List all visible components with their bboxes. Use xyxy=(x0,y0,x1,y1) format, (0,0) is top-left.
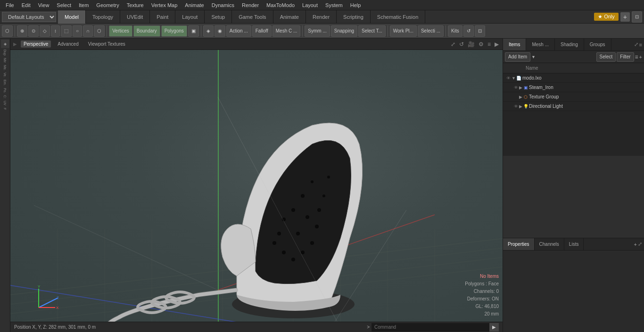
sidebar-label-me[interactable]: Me. xyxy=(3,64,7,72)
expand-icon-modolxo[interactable]: ▼ xyxy=(512,76,516,81)
star-only-button[interactable]: ★ Only xyxy=(594,13,619,21)
select-box-btn[interactable]: ⬚ xyxy=(61,25,72,37)
viewport-tab-textures[interactable]: Viewport Textures xyxy=(85,40,128,48)
eye-icon-directional-light[interactable]: 👁 xyxy=(512,104,519,109)
layout-tab-paint[interactable]: Paint xyxy=(150,10,175,24)
menu-maxtomodo[interactable]: MaxToModo xyxy=(263,1,298,9)
dot-btn[interactable]: ◉ xyxy=(215,25,225,37)
menu-select[interactable]: Select xyxy=(53,1,75,9)
default-layouts-select[interactable]: Default Layouts xyxy=(2,12,56,22)
vp-camera-icon[interactable]: 🎥 xyxy=(467,40,476,49)
meshc-btn[interactable]: Mesh C ... xyxy=(272,25,301,37)
action-btn[interactable]: Action ... xyxy=(226,25,251,37)
filter-button[interactable]: Filter xyxy=(617,52,634,62)
viewport-canvas[interactable]: Z Y X No Items Polygons : Face Channels:… xyxy=(10,50,503,322)
expand-icon-texture-group[interactable]: ▶ xyxy=(519,95,522,99)
sidebar-label-f[interactable]: F xyxy=(3,107,7,111)
sidebar-label-em[interactable]: Em. xyxy=(3,79,7,86)
menu-geometry[interactable]: Geometry xyxy=(92,1,123,9)
add-item-arrow-icon[interactable]: ▼ xyxy=(531,55,536,59)
menu-help[interactable]: Help xyxy=(347,1,365,9)
eye-icon-steam-iron[interactable]: 👁 xyxy=(512,85,519,90)
maximize-vp-btn[interactable]: ⊡ xyxy=(475,25,485,37)
layout-tab-model[interactable]: Model xyxy=(58,10,86,24)
vp-reset-icon[interactable]: ↺ xyxy=(458,40,465,49)
prop-expand-icon[interactable]: ⤢ xyxy=(638,241,642,247)
menu-dynamics[interactable]: Dynamics xyxy=(208,1,238,9)
modo-icon-btn[interactable]: ⬡ xyxy=(2,25,13,37)
snapping-btn[interactable]: Snapping xyxy=(331,25,357,37)
rpanel-tab-shading[interactable]: Shading xyxy=(555,39,584,50)
command-go-button[interactable]: ▶ xyxy=(489,323,499,332)
menu-vertex-map[interactable]: Vertex Map xyxy=(148,1,182,9)
loop-btn[interactable]: ○ xyxy=(73,25,82,37)
tree-row-texture-group[interactable]: ▶ ⬡ Texture Group xyxy=(503,92,644,102)
sym-btn[interactable]: ◈ xyxy=(203,25,214,37)
local-space-btn[interactable]: ⊙ xyxy=(28,25,39,37)
rpanel-tab-items[interactable]: Items xyxy=(503,39,526,50)
vp-expand-icon[interactable]: ▶ xyxy=(494,40,500,49)
workpl-btn[interactable]: Work Pl... xyxy=(390,25,417,37)
menu-system[interactable]: System xyxy=(322,1,347,9)
symm-btn[interactable]: Symm ... xyxy=(305,25,330,37)
layout-tab-topology[interactable]: Topology xyxy=(86,10,120,24)
viewport-tab-perspective[interactable]: Perspective xyxy=(21,40,51,48)
mesh-icon-btn[interactable]: ▣ xyxy=(188,25,199,37)
sidebar-label-uv[interactable]: UV xyxy=(3,100,7,106)
panel-add-icon[interactable]: + xyxy=(639,54,642,60)
sidebar-label-dup[interactable]: Dup xyxy=(3,49,7,57)
layout-tab-schematic[interactable]: Schematic Fusion xyxy=(371,10,425,24)
menu-file[interactable]: File xyxy=(2,1,18,9)
tree-row-steam-iron[interactable]: 👁 ▶ ▣ Steam_Iron xyxy=(503,83,644,92)
tree-row-modolxo[interactable]: 👁 ▼ 📄 modo.lxo xyxy=(503,73,644,83)
polygons-label-btn[interactable]: Polygons xyxy=(161,25,187,37)
layout-tab-animate[interactable]: Animate xyxy=(273,10,306,24)
loop2-btn[interactable]: ∩ xyxy=(83,25,93,37)
reset-btn[interactable]: ↺ xyxy=(463,25,474,37)
viewport-expand-icon[interactable]: ▶ xyxy=(13,41,17,47)
menu-animate[interactable]: Animate xyxy=(181,1,207,9)
eye-icon-modolxo[interactable]: 👁 xyxy=(505,76,512,81)
layout-tab-setup[interactable]: Setup xyxy=(205,10,232,24)
select-button[interactable]: Select xyxy=(596,52,616,62)
radial-btn[interactable]: ⬡ xyxy=(94,25,105,37)
menu-layout[interactable]: Layout xyxy=(298,1,322,9)
edge-btn[interactable]: ↕ xyxy=(51,25,60,37)
layout-tab-scripting[interactable]: Scripting xyxy=(337,10,371,24)
add-item-button[interactable]: Add Item xyxy=(505,52,530,62)
menu-render[interactable]: Render xyxy=(238,1,263,9)
layout-tab-gametools[interactable]: Game Tools xyxy=(232,10,273,24)
menu-item[interactable]: Item xyxy=(75,1,92,9)
rpanel-expand-icon[interactable]: ⤢ xyxy=(634,41,638,48)
selecti-btn[interactable]: Selecti ... xyxy=(418,25,444,37)
prop-tab-properties[interactable]: Properties xyxy=(503,238,535,250)
vertices-label-btn[interactable]: Vertices xyxy=(109,25,132,37)
selectt-btn[interactable]: Select T... xyxy=(358,25,386,37)
prop-add-icon[interactable]: + xyxy=(634,242,637,247)
rpanel-settings-icon[interactable]: ≡ xyxy=(639,42,642,48)
expand-icon-directional-light[interactable]: ▶ xyxy=(519,104,522,109)
prop-tab-lists[interactable]: Lists xyxy=(564,238,584,250)
sidebar-tool-1[interactable]: ◈ xyxy=(1,40,9,48)
rpanel-tab-groups[interactable]: Groups xyxy=(584,39,611,50)
command-input[interactable] xyxy=(372,323,489,332)
menu-texture[interactable]: Texture xyxy=(123,1,148,9)
boundary-label-btn[interactable]: Boundary xyxy=(133,25,160,37)
layout-tab-render[interactable]: Render xyxy=(306,10,337,24)
falloff-btn[interactable]: Falloff xyxy=(252,25,272,37)
sidebar-label-ve[interactable]: Ve. xyxy=(3,72,7,78)
viewport-tab-advanced[interactable]: Advanced xyxy=(55,40,81,48)
sidebar-label-c[interactable]: C: xyxy=(3,94,7,99)
menu-view[interactable]: View xyxy=(34,1,53,9)
vp-settings-icon[interactable]: ≡ xyxy=(487,40,492,49)
layout-tab-layout[interactable]: Layout xyxy=(175,10,205,24)
tree-row-directional-light[interactable]: 👁 ▶ 💡 Directional Light xyxy=(503,102,644,111)
vp-render-icon[interactable]: ⚙ xyxy=(478,40,485,49)
add-layout-button[interactable]: + xyxy=(620,12,630,22)
prop-tab-channels[interactable]: Channels xyxy=(535,238,564,250)
collapse-icon[interactable]: ≡ xyxy=(635,54,638,60)
expand-icon-steam-iron[interactable]: ▶ xyxy=(519,85,522,90)
sidebar-label-po[interactable]: Po. xyxy=(3,87,7,94)
vertices-icon-btn[interactable]: ◇ xyxy=(40,25,50,37)
sidebar-label-mir[interactable]: Mir xyxy=(3,57,7,64)
